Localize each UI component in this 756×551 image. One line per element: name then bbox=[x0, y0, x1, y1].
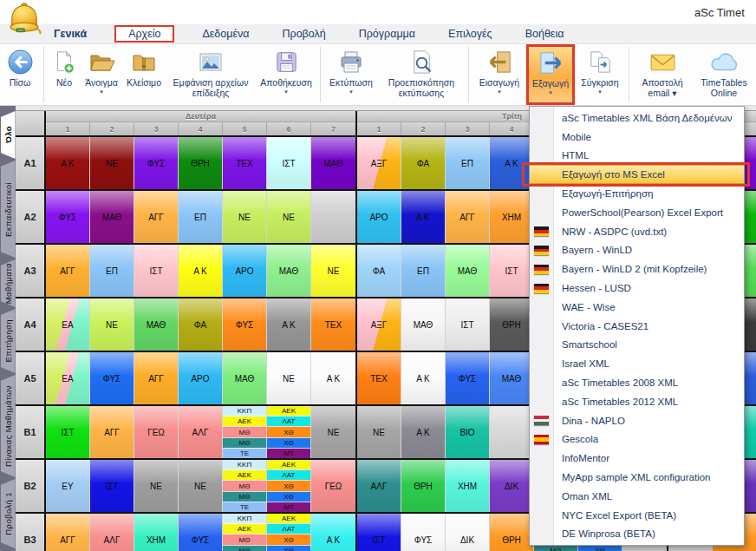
export-menu-item-8[interactable]: Bayern - WinLD 2 (mit Kopfzeile) bbox=[530, 259, 744, 279]
toolbar-button-cloud[interactable]: TimeTablesOnline bbox=[692, 44, 756, 105]
timetable-cell[interactable]: ΕΠ bbox=[179, 191, 223, 243]
lesson-strip[interactable]: ΜΘ bbox=[223, 534, 266, 544]
timetable-cell[interactable]: ΜΑΘ bbox=[267, 245, 311, 297]
export-menu-item-9[interactable]: Hessen - LUSD bbox=[530, 279, 744, 298]
timetable-cell[interactable]: ΧΗΜ bbox=[446, 460, 490, 512]
lesson-strip[interactable]: ΧΘ bbox=[267, 437, 310, 448]
timetable-cell[interactable]: ΙΣΤ bbox=[267, 137, 311, 189]
timetable-cell[interactable]: ΑΞΓ bbox=[357, 298, 401, 351]
timetable-cell[interactable]: ΑΞΓ bbox=[357, 137, 401, 189]
lesson-strip[interactable]: ΛΑΤ bbox=[267, 416, 310, 426]
timetable-cell[interactable]: Α Κ bbox=[267, 298, 311, 351]
timetable-cell[interactable]: ΔΙΚ bbox=[490, 460, 534, 512]
timetable-cell[interactable]: Α Κ bbox=[46, 137, 90, 189]
toolbar-button-new[interactable]: Νέο bbox=[48, 44, 81, 105]
timetable-cell[interactable]: ΘΡΗ bbox=[490, 298, 534, 351]
timetable-cell[interactable]: ΑΕΚΛΑΤΧΘΧΘΜΤ bbox=[267, 406, 311, 458]
toolbar-button-compare[interactable]: Σύγκριση▾ bbox=[575, 44, 625, 105]
timetable-cell[interactable]: ΘΡΗ bbox=[179, 137, 223, 189]
timetable-cell[interactable]: ΑΛΓ bbox=[357, 460, 401, 512]
timetable-cell[interactable]: ΑΓΓ bbox=[134, 191, 179, 243]
timetable-cell[interactable]: ΑΓΓ bbox=[134, 352, 179, 404]
lesson-strip[interactable]: ΧΘ bbox=[267, 491, 310, 502]
export-menu-item-5[interactable]: PowerSchool(Pearson) Excel Export bbox=[530, 203, 744, 222]
export-menu-item-7[interactable]: Bayern - WinLD bbox=[530, 241, 744, 260]
timetable-cell[interactable]: ΜΑΘ bbox=[134, 298, 179, 351]
timetable-cell[interactable]: ΑΕΚΛΑΤΧΘΧΘΜΤ bbox=[267, 514, 311, 551]
timetable-cell[interactable]: ΝΕ bbox=[90, 298, 134, 351]
lesson-strip[interactable]: ΤΕ bbox=[223, 502, 266, 512]
export-menu-item-0[interactable]: aSc Timetables XML Βάση Δεδομένων bbox=[530, 108, 744, 128]
timetable-cell[interactable]: ΑΓΓ bbox=[90, 406, 134, 458]
menubar-item-0[interactable]: Γενικά bbox=[49, 25, 92, 43]
timetable-cell[interactable]: ΧΗΜ bbox=[490, 191, 534, 243]
lesson-strip[interactable]: ΑΕΚ bbox=[267, 514, 310, 523]
timetable-cell[interactable]: ΦΥΣ bbox=[46, 191, 90, 243]
timetable-cell[interactable]: ΝΕ bbox=[267, 352, 311, 404]
export-menu-item-1[interactable]: Mobile bbox=[530, 128, 744, 147]
export-menu-item-21[interactable]: NYC Excel Export (BETA) bbox=[530, 506, 744, 525]
timetable-cell[interactable]: Α Κ bbox=[179, 245, 223, 297]
lesson-strip[interactable]: ΜΘ bbox=[223, 437, 266, 448]
timetable-cell[interactable]: ΦΥΣ bbox=[223, 298, 267, 351]
sidebar-tab-0[interactable]: Όλο bbox=[1, 111, 16, 159]
sidebar-tab-5[interactable]: Προβολή 1 bbox=[1, 479, 16, 548]
timetable-cell[interactable]: ΑΛΓ bbox=[179, 406, 223, 458]
timetable-cell[interactable]: ΝΕ bbox=[90, 137, 134, 189]
lesson-strip[interactable]: ΧΘ bbox=[267, 545, 310, 551]
timetable-cell[interactable]: ΝΕ bbox=[267, 191, 311, 243]
lesson-strip[interactable]: ΑΕΚ bbox=[223, 416, 266, 426]
timetable-cell[interactable]: ΜΑΘ bbox=[446, 245, 490, 297]
timetable-cell[interactable]: ΜΑΘ bbox=[311, 137, 355, 189]
timetable-cell[interactable]: ΤΕΧ bbox=[357, 352, 401, 404]
export-menu-item-11[interactable]: Victoria - CASES21 bbox=[530, 317, 744, 336]
timetable-cell[interactable]: ΘΡΗ bbox=[490, 514, 534, 551]
menubar-item-3[interactable]: Προβολή bbox=[277, 25, 331, 43]
export-menu-item-22[interactable]: DE Winprosa (BETA) bbox=[530, 525, 744, 544]
menubar-item-6[interactable]: Βοήθεια bbox=[520, 25, 570, 43]
timetable-cell[interactable]: Α Κ bbox=[401, 191, 446, 243]
lesson-strip[interactable]: ΜΘ bbox=[223, 545, 266, 551]
export-menu-item-19[interactable]: MyApp sample XML configuration bbox=[530, 468, 744, 487]
lesson-strip[interactable]: ΧΘ bbox=[267, 426, 310, 436]
timetable-cell[interactable]: ΑΡΟ bbox=[179, 352, 223, 404]
timetable-cell[interactable]: ΦΥΣ bbox=[446, 352, 490, 404]
timetable-cell[interactable]: ΜΑΘ bbox=[401, 298, 446, 351]
timetable-cell[interactable]: ΕΠ bbox=[401, 245, 446, 297]
toolbar-button-open[interactable]: Άνοιγμα▾ bbox=[81, 44, 122, 105]
timetable-cell[interactable]: ΜΑΘ bbox=[90, 191, 134, 243]
export-menu-item-10[interactable]: WAE - Wise bbox=[530, 298, 744, 317]
lesson-strip[interactable]: ΜΘ bbox=[223, 491, 266, 502]
toolbar-button-email[interactable]: Αποστολήemail ▾ bbox=[633, 44, 692, 105]
timetable-cell[interactable]: Α Κ bbox=[311, 514, 355, 551]
export-menu-item-16[interactable]: Dina - NAPLO bbox=[530, 411, 744, 430]
timetable-cell[interactable]: ΝΕ bbox=[311, 245, 355, 297]
timetable-cell[interactable]: ΒΙΟ bbox=[446, 406, 490, 458]
timetable-cell[interactable]: ΑΡΟ bbox=[223, 245, 267, 297]
lesson-strip[interactable]: ΜΘ bbox=[223, 480, 266, 490]
timetable-cell[interactable]: ΤΕΧ bbox=[311, 298, 355, 351]
toolbar-button-export[interactable]: Εξαγωγή▾ bbox=[526, 44, 575, 105]
toolbar-button-close[interactable]: Κλείσιμο bbox=[122, 44, 166, 105]
menubar-item-5[interactable]: Επιλογές bbox=[443, 25, 498, 43]
timetable-cell[interactable]: ΚΚΠΑΕΚΜΘΜΘΤΕ bbox=[223, 406, 267, 458]
export-menu-item-13[interactable]: Israel XML bbox=[530, 354, 744, 373]
timetable-cell[interactable]: ΕΥ bbox=[46, 460, 90, 512]
timetable-cell[interactable]: Α Κ bbox=[490, 137, 534, 189]
timetable-cell[interactable]: ΤΕΧ bbox=[223, 137, 267, 189]
sidebar-tab-2[interactable]: Μαθήματα bbox=[1, 259, 16, 307]
export-menu-item-17[interactable]: Gescola bbox=[530, 430, 744, 449]
timetable-cell[interactable]: ΙΣΤ bbox=[357, 514, 401, 551]
toolbar-button-save[interactable]: Αποθήκευση▾ bbox=[256, 44, 316, 105]
export-menu-item-4[interactable]: Εξαγωγή-Επιτήρηση bbox=[530, 184, 744, 203]
timetable-cell[interactable]: ΑΓΓ bbox=[446, 191, 490, 243]
timetable-cell[interactable]: ΦΥΣ bbox=[401, 514, 446, 551]
timetable-cell[interactable]: ΝΕ bbox=[134, 460, 179, 512]
timetable-cell[interactable]: Α Κ bbox=[311, 352, 355, 404]
export-menu-item-2[interactable]: HTML bbox=[530, 147, 744, 166]
lesson-strip[interactable]: ΜΤ bbox=[267, 448, 310, 458]
lesson-strip[interactable]: ΑΕΚ bbox=[223, 469, 266, 480]
export-menu-item-14[interactable]: aSc Timetables 2008 XML bbox=[530, 373, 744, 392]
timetable-cell[interactable]: ΝΕ bbox=[223, 191, 267, 243]
timetable-cell[interactable]: ΦΥΣ bbox=[179, 514, 223, 551]
